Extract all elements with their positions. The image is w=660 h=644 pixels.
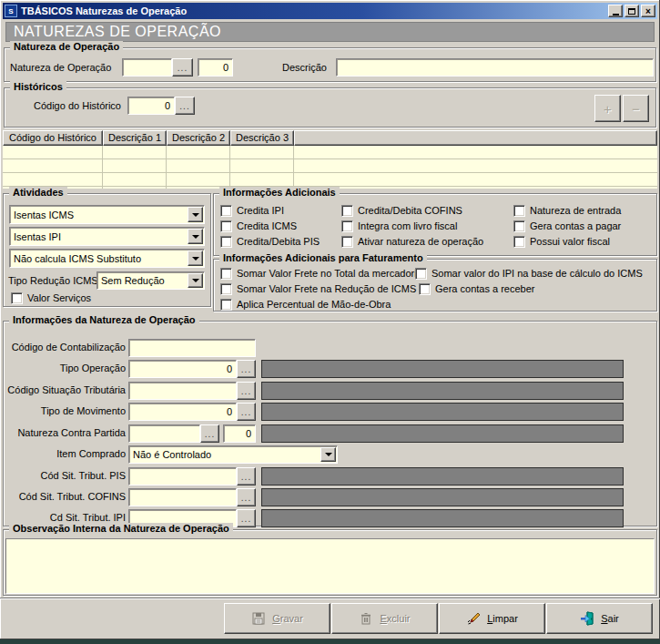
descricao-input[interactable] bbox=[336, 58, 654, 77]
observacao-textarea[interactable] bbox=[5, 538, 655, 594]
grid-header-codigo[interactable]: Código do Histórico bbox=[3, 130, 103, 146]
group-info-adicionais: Informações Adicionais Credita IPI Credi… bbox=[213, 193, 657, 256]
checkbox-credita-debita-cofins[interactable]: Credita/Debita COFINS bbox=[341, 205, 462, 217]
checkbox-icon[interactable] bbox=[220, 220, 232, 232]
checkbox-credita-ipi[interactable]: Credita IPI bbox=[220, 205, 284, 217]
close-button[interactable]: × bbox=[641, 5, 655, 17]
checkbox-ativar-natureza[interactable]: Ativar natureza de operação bbox=[341, 236, 483, 248]
checkbox-icon[interactable] bbox=[220, 236, 232, 248]
checkbox-integra-livro-fiscal[interactable]: Integra com livro fiscal bbox=[341, 220, 457, 232]
grid-row[interactable] bbox=[3, 146, 657, 159]
codigo-contabilizacao-input[interactable] bbox=[128, 339, 256, 357]
natureza-browse-button[interactable]: ... bbox=[172, 58, 193, 77]
tipo-movimento-input[interactable] bbox=[128, 403, 237, 421]
historicos-grid[interactable]: Código do Histórico Descrição 1 Descriçã… bbox=[3, 130, 657, 189]
checkbox-icon[interactable] bbox=[220, 268, 232, 280]
natureza-contra-partida-input[interactable] bbox=[128, 424, 200, 443]
grid-row[interactable] bbox=[3, 173, 657, 187]
checkbox-credita-icms[interactable]: Credita ICMS bbox=[220, 220, 297, 232]
natureza-contra-partida-number-input[interactable] bbox=[223, 424, 256, 443]
grid-header-descricao3[interactable]: Descrição 3 bbox=[230, 130, 294, 146]
checkbox-icon[interactable] bbox=[419, 283, 431, 295]
group-faturamento-title: Informações Adicionais para Faturamento bbox=[219, 252, 427, 263]
maximize-icon bbox=[628, 8, 635, 15]
maximize-button[interactable] bbox=[624, 5, 639, 17]
checkbox-label: Ativar natureza de operação bbox=[358, 236, 483, 247]
checkbox-somar-frete-reducao-icms[interactable]: Somar Valor Frete na Redução de ICMS bbox=[220, 283, 416, 295]
checkbox-icon[interactable] bbox=[220, 205, 232, 217]
excluir-button[interactable]: Excluir bbox=[331, 603, 438, 634]
checkbox-icon[interactable] bbox=[513, 236, 525, 248]
tipo-operacao-browse-button[interactable]: ... bbox=[237, 360, 256, 378]
checkbox-valor-servicos[interactable]: Valor Serviços bbox=[11, 292, 91, 304]
checkbox-icon[interactable] bbox=[341, 220, 353, 232]
group-info-natureza: Informações da Natureza de Operação Códi… bbox=[3, 321, 657, 526]
group-info-adicionais-title: Informações Adicionais bbox=[219, 187, 340, 198]
checkbox-credita-debita-pis[interactable]: Credita/Debita PIS bbox=[220, 236, 320, 248]
minimize-button[interactable] bbox=[608, 5, 623, 17]
cod-sit-tribut-cofins-readonly-field bbox=[261, 488, 624, 506]
natureza-contra-partida-browse-button[interactable]: ... bbox=[200, 424, 219, 443]
checkbox-gera-contas-pagar[interactable]: Gera contas a pagar bbox=[513, 220, 621, 232]
checkbox-icon[interactable] bbox=[415, 268, 427, 280]
grid-header-descricao1[interactable]: Descrição 1 bbox=[103, 130, 167, 146]
limpar-button[interactable]: Limpar bbox=[439, 603, 545, 634]
combo-isentas-ipi[interactable]: Isentas IPI bbox=[9, 227, 205, 246]
checkbox-icon[interactable] bbox=[341, 236, 353, 248]
natureza-code-input[interactable] bbox=[122, 58, 172, 77]
dropdown-button[interactable] bbox=[188, 229, 203, 244]
checkbox-icon[interactable] bbox=[513, 205, 525, 217]
cod-sit-tribut-cofins-input[interactable] bbox=[128, 488, 237, 506]
checkbox-somar-ipi-base-icms[interactable]: Somar valor do IPI na base de cálculo do… bbox=[415, 268, 643, 280]
checkbox-valor-servicos-label: Valor Serviços bbox=[27, 292, 91, 303]
combo-isentas-icms[interactable]: Isentas ICMS bbox=[9, 205, 205, 224]
checkbox-aplica-mao-de-obra[interactable]: Aplica Percentual de Mão-de-Obra bbox=[220, 299, 391, 311]
checkbox-label: Credita/Debita COFINS bbox=[358, 205, 462, 216]
dropdown-button[interactable] bbox=[188, 250, 203, 266]
natureza-contra-partida-label: Natureza Contra Partida bbox=[6, 427, 126, 438]
combo-icms-substituto[interactable]: Não calcula ICMS Substituto bbox=[9, 249, 205, 268]
tipo-movimento-label: Tipo de Movimento bbox=[6, 405, 126, 416]
checkbox-icon[interactable] bbox=[11, 292, 23, 304]
checkbox-possui-valor-fiscal[interactable]: Possui valor fiscal bbox=[513, 236, 610, 248]
checkbox-somar-frete-total[interactable]: Somar Valor Frete no Total da mercadoria bbox=[220, 268, 422, 280]
remove-historico-button[interactable]: − bbox=[623, 95, 649, 122]
cd-sit-tribut-ipi-label: Cd Sit. Tribut. IPI bbox=[6, 512, 126, 523]
cod-sit-tribut-cofins-browse-button[interactable]: ... bbox=[237, 488, 256, 506]
cod-sit-tribut-pis-browse-button[interactable]: ... bbox=[237, 467, 256, 486]
group-info-natureza-title: Informações da Natureza de Operação bbox=[9, 314, 199, 325]
gravar-button[interactable]: Gravar bbox=[224, 603, 330, 634]
grid-header-empty[interactable] bbox=[294, 130, 657, 146]
codigo-situacao-tributaria-browse-button[interactable]: ... bbox=[237, 382, 256, 400]
cod-sit-tribut-pis-label: Cód Sit. Tribut. PIS bbox=[6, 470, 126, 481]
app-icon: S bbox=[5, 5, 17, 17]
checkbox-icon[interactable] bbox=[220, 299, 232, 311]
checkbox-icon[interactable] bbox=[220, 283, 232, 295]
natureza-operacao-label: Natureza de Operação bbox=[10, 62, 111, 73]
combo-item-comprado[interactable]: Não é Controlado bbox=[128, 445, 338, 464]
title-bar[interactable]: S TBÁSICOS Naturezas de Operação × bbox=[3, 3, 657, 19]
dropdown-button[interactable] bbox=[188, 207, 203, 222]
checkbox-icon[interactable] bbox=[513, 220, 525, 232]
grid-body[interactable] bbox=[3, 146, 657, 189]
natureza-number-input[interactable] bbox=[198, 58, 233, 77]
codigo-historico-browse-button[interactable]: ... bbox=[175, 97, 195, 115]
sair-button[interactable]: Sair bbox=[546, 603, 653, 634]
tipo-operacao-input[interactable] bbox=[128, 360, 237, 378]
checkbox-gera-contas-receber[interactable]: Gera contas a receber bbox=[419, 283, 534, 295]
cd-sit-tribut-ipi-browse-button[interactable]: ... bbox=[237, 509, 256, 527]
grid-header-descricao2[interactable]: Descrição 2 bbox=[167, 130, 230, 146]
codigo-situacao-tributaria-input[interactable] bbox=[128, 382, 237, 400]
grid-column-line bbox=[293, 146, 294, 189]
checkbox-natureza-entrada[interactable]: Natureza de entrada bbox=[513, 205, 621, 217]
combo-isentas-ipi-value: Isentas IPI bbox=[14, 231, 61, 242]
grid-row[interactable] bbox=[3, 159, 657, 173]
codigo-historico-input[interactable] bbox=[127, 97, 175, 115]
cod-sit-tribut-pis-input[interactable] bbox=[128, 467, 237, 486]
checkbox-icon[interactable] bbox=[341, 205, 353, 217]
add-historico-button[interactable]: + bbox=[594, 95, 621, 122]
tipo-movimento-browse-button[interactable]: ... bbox=[237, 403, 256, 421]
dropdown-button[interactable] bbox=[320, 447, 336, 462]
dropdown-button[interactable] bbox=[188, 273, 203, 288]
combo-tipo-reducao[interactable]: Sem Redução bbox=[96, 271, 205, 290]
